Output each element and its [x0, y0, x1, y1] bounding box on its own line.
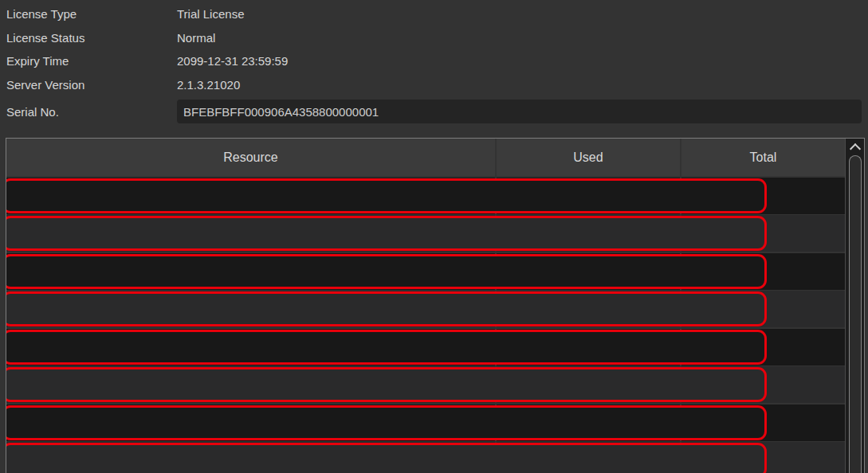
- cell-resource: Maximum managed streaming media storage: [6, 442, 495, 473]
- cell-total: 32: [681, 215, 845, 252]
- license-info-label: Expiry Time: [0, 54, 177, 68]
- license-info-row: Server Version 2.1.3.21020: [0, 73, 868, 97]
- license-info-row: License Type Trial License: [0, 2, 868, 26]
- table-body: Number of channels 0 32 Number of device…: [6, 178, 845, 473]
- cell-resource: Number of third party channels: [6, 366, 495, 403]
- table-row: Number of channels 0 32: [6, 178, 845, 214]
- cell-resource: Decoder output quantity: [6, 329, 495, 366]
- license-info-value: Normal: [177, 31, 215, 45]
- cell-total: 4: [681, 405, 845, 441]
- scrollbar-thumb[interactable]: [849, 155, 862, 473]
- license-info-value: Trial License: [177, 7, 244, 21]
- cell-used: 1: [497, 291, 680, 327]
- cell-total: 64: [681, 253, 845, 290]
- column-header-total: Total: [681, 139, 845, 176]
- cell-used: 1: [497, 442, 680, 473]
- license-info-label: License Type: [0, 7, 177, 21]
- table-row: Number of concurrent online users 1 64: [6, 253, 845, 290]
- license-info-row: License Status Normal: [0, 26, 868, 50]
- table-row: Decoder output quantity 0 128: [6, 329, 845, 366]
- serial-row: Serial No.: [0, 97, 868, 126]
- cell-total: 64: [681, 291, 845, 327]
- cell-resource: Number of third-party device accesses: [6, 405, 495, 441]
- cell-used: 1: [497, 253, 680, 290]
- scroll-up-button[interactable]: [846, 139, 864, 155]
- cell-used: 0: [497, 405, 680, 441]
- cell-resource: Number of devices: [6, 215, 495, 252]
- table-row: Number of third party channels 0 16: [6, 366, 845, 403]
- cell-resource: Number of channels: [6, 178, 495, 214]
- license-info-panel: License Type Trial License License Statu…: [0, 2, 868, 126]
- serial-number-field[interactable]: [177, 100, 862, 123]
- resource-table-grid: Resource Used Total Number of channels 0…: [6, 139, 845, 473]
- vertical-scrollbar[interactable]: [845, 139, 864, 473]
- table-row: Number of devices 0 32: [6, 215, 845, 252]
- license-info-value: 2099-12-31 23:59:59: [177, 54, 288, 68]
- cell-resource: Number of concurrent online users: [6, 253, 495, 290]
- cell-total: 128: [681, 329, 845, 366]
- cell-used: 0: [497, 329, 680, 366]
- column-header-resource: Resource: [6, 139, 495, 176]
- cell-resource: Maximum number of users: [6, 291, 495, 327]
- column-header-used: Used: [497, 139, 680, 176]
- cell-total: 16: [681, 366, 845, 403]
- license-info-row: Expiry Time 2099-12-31 23:59:59: [0, 49, 868, 73]
- cell-used: 0: [497, 366, 680, 403]
- resource-table: Resource Used Total Number of channels 0…: [6, 138, 865, 473]
- chevron-up-icon: [849, 143, 860, 154]
- table-header-row: Resource Used Total: [6, 139, 845, 176]
- cell-total: 32: [681, 178, 845, 214]
- license-info-label: Server Version: [0, 78, 177, 92]
- table-row: Maximum managed streaming media storage …: [6, 442, 845, 473]
- table-row: Number of third-party device accesses 0 …: [6, 405, 845, 441]
- serial-label: Serial No.: [0, 105, 177, 119]
- cell-total: 32: [681, 442, 845, 473]
- license-info-label: License Status: [0, 31, 177, 45]
- license-info-value: 2.1.3.21020: [177, 78, 240, 92]
- cell-used: 0: [497, 178, 680, 214]
- cell-used: 0: [497, 215, 680, 252]
- table-row: Maximum number of users 1 64: [6, 291, 845, 327]
